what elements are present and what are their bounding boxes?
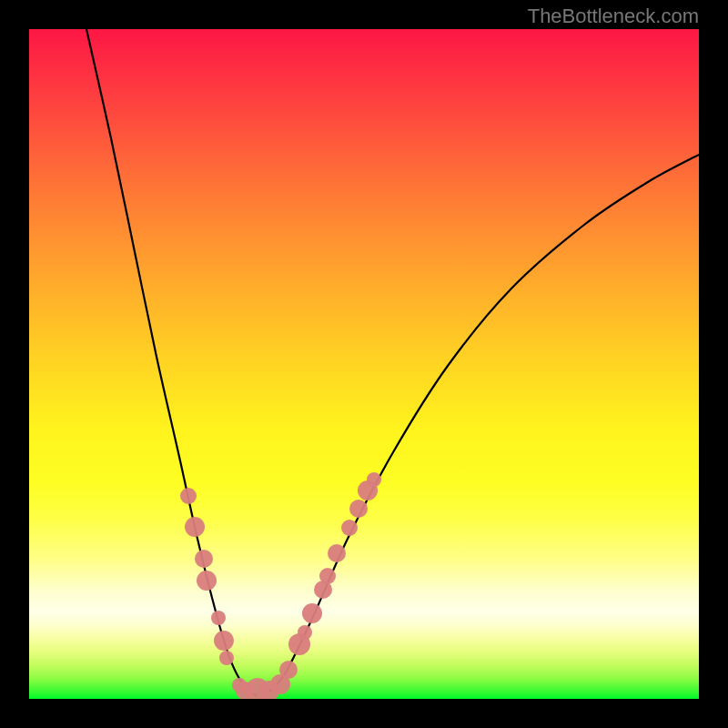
data-point — [214, 631, 234, 651]
data-point — [185, 517, 205, 537]
left-curve — [86, 29, 257, 696]
watermark-text: TheBottleneck.com — [528, 5, 699, 28]
data-point — [279, 661, 298, 679]
scatter-points — [180, 472, 381, 699]
data-point — [302, 603, 322, 623]
data-point — [197, 571, 217, 591]
data-point — [298, 625, 312, 640]
chart-svg — [29, 29, 699, 699]
data-point — [180, 488, 197, 504]
data-point — [211, 611, 226, 625]
data-point — [367, 472, 381, 487]
data-point — [341, 520, 358, 536]
data-point — [328, 544, 346, 562]
right-curve — [264, 155, 699, 696]
data-point — [349, 500, 368, 518]
data-point — [319, 568, 336, 584]
data-point — [219, 651, 234, 665]
data-point — [195, 550, 213, 568]
